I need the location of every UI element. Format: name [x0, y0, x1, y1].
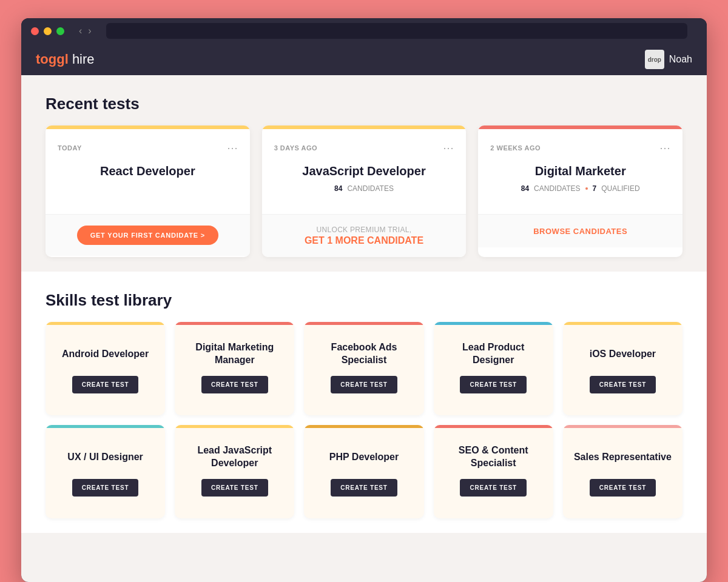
- skill-title: Digital Marketing Manager: [184, 340, 285, 369]
- qualified-count: 7: [593, 184, 597, 193]
- skill-body: UX / UI Designer CREATE TEST: [46, 428, 165, 506]
- user-menu[interactable]: drop Noah: [645, 50, 692, 69]
- user-name: Noah: [669, 54, 692, 65]
- card-footer: GET YOUR FIRST CANDIDATE >: [46, 214, 250, 256]
- skill-card-seo: SEO & Content Specialist CREATE TEST: [434, 425, 553, 518]
- card-menu-icon[interactable]: ⋯: [227, 141, 238, 155]
- app-content: Recent tests TODAY ⋯ React Developer GET…: [21, 75, 707, 582]
- skill-title: Lead JavaScript Developer: [184, 443, 285, 472]
- qualified-label: QUALIFIED: [601, 184, 639, 193]
- url-bar[interactable]: [106, 23, 687, 39]
- skill-body: iOS Developer CREATE TEST: [563, 325, 682, 403]
- skill-body: Android Developer CREATE TEST: [46, 325, 165, 403]
- card-body: 3 DAYS AGO ⋯ JavaScript Developer 84 CAN…: [262, 129, 467, 214]
- skill-title: Sales Representative: [573, 443, 673, 472]
- minimize-dot[interactable]: [44, 27, 52, 35]
- card-footer: BROWSE CANDIDATES: [478, 214, 682, 247]
- skills-grid-row2: UX / UI Designer CREATE TEST Lead JavaSc…: [46, 425, 682, 518]
- skill-body: PHP Developer CREATE TEST: [304, 428, 423, 506]
- get-first-candidate-button[interactable]: GET YOUR FIRST CANDIDATE >: [77, 226, 218, 245]
- browser-titlebar: ‹ ›: [21, 18, 707, 44]
- candidates-label: CANDIDATES: [347, 184, 393, 193]
- card-meta: 3 DAYS AGO ⋯: [274, 141, 454, 155]
- tests-grid: TODAY ⋯ React Developer GET YOUR FIRST C…: [46, 125, 682, 257]
- candidates-count: 84: [521, 184, 529, 193]
- skill-card-digital-marketing: Digital Marketing Manager CREATE TEST: [175, 322, 294, 415]
- skills-library-section: Skills test library Android Developer CR…: [21, 272, 707, 533]
- skill-card-android: Android Developer CREATE TEST: [46, 322, 165, 415]
- create-test-ios-button[interactable]: CREATE TEST: [590, 376, 656, 393]
- create-test-android-button[interactable]: CREATE TEST: [72, 376, 139, 393]
- skills-grid-row1: Android Developer CREATE TEST Digital Ma…: [46, 322, 682, 415]
- skill-body: Digital Marketing Manager CREATE TEST: [175, 325, 294, 403]
- card-stats: 84 CANDIDATES: [274, 184, 454, 193]
- create-test-ux-ui-button[interactable]: CREATE TEST: [72, 479, 139, 497]
- avatar: drop: [645, 50, 664, 69]
- create-test-php-button[interactable]: CREATE TEST: [331, 479, 397, 497]
- skill-card-ux-ui: UX / UI Designer CREATE TEST: [46, 425, 165, 518]
- skill-body: Facebook Ads Specialist CREATE TEST: [304, 325, 423, 403]
- skills-library-title: Skills test library: [46, 291, 682, 310]
- skill-title: Lead Product Designer: [443, 340, 544, 369]
- close-dot[interactable]: [31, 27, 39, 35]
- candidates-count: 84: [334, 184, 342, 193]
- skill-title: SEO & Content Specialist: [443, 443, 544, 472]
- separator: [585, 187, 588, 190]
- card-body: TODAY ⋯ React Developer: [46, 129, 250, 214]
- skill-title: Facebook Ads Specialist: [314, 340, 414, 369]
- browser-nav: ‹ ›: [79, 25, 92, 36]
- card-footer: UNLOCK PREMIUM TRIAL, GET 1 MORE CANDIDA…: [262, 214, 467, 257]
- candidates-label: CANDIDATES: [534, 184, 580, 193]
- recent-tests-title: Recent tests: [46, 95, 682, 113]
- skill-card-ios: iOS Developer CREATE TEST: [563, 322, 682, 415]
- skill-body: Sales Representative CREATE TEST: [563, 428, 682, 506]
- card-meta: TODAY ⋯: [58, 141, 238, 155]
- skill-title: PHP Developer: [314, 443, 414, 472]
- card-date: 2 WEEKS AGO: [490, 144, 541, 152]
- create-test-lead-product-button[interactable]: CREATE TEST: [460, 376, 527, 393]
- create-test-lead-js-button[interactable]: CREATE TEST: [201, 479, 268, 497]
- maximize-dot[interactable]: [56, 27, 64, 35]
- skill-title: iOS Developer: [573, 340, 673, 369]
- app-header: toggl hire drop Noah: [21, 44, 707, 75]
- logo-toggl: toggl: [36, 52, 69, 67]
- skill-title: Android Developer: [55, 340, 155, 369]
- card-stats: 84 CANDIDATES 7 QUALIFIED: [490, 184, 670, 193]
- browse-candidates-link[interactable]: BROWSE CANDIDATES: [533, 227, 627, 236]
- browser-window: ‹ › toggl hire drop Noah Recent tests: [21, 18, 707, 582]
- logo-hire: hire: [69, 52, 95, 67]
- logo[interactable]: toggl hire: [36, 52, 95, 67]
- card-body: 2 WEEKS AGO ⋯ Digital Marketer 84 CANDID…: [478, 129, 682, 214]
- card-title: React Developer: [58, 164, 238, 178]
- create-test-seo-button[interactable]: CREATE TEST: [460, 479, 527, 497]
- skill-body: Lead JavaScript Developer CREATE TEST: [175, 428, 294, 506]
- skill-card-lead-js: Lead JavaScript Developer CREATE TEST: [175, 425, 294, 518]
- unlock-link[interactable]: GET 1 MORE CANDIDATE: [274, 235, 454, 246]
- back-arrow[interactable]: ‹: [79, 25, 82, 36]
- card-menu-icon[interactable]: ⋯: [443, 141, 454, 155]
- skill-title: UX / UI Designer: [55, 443, 155, 472]
- test-card-react: TODAY ⋯ React Developer GET YOUR FIRST C…: [46, 125, 250, 257]
- skill-card-facebook-ads: Facebook Ads Specialist CREATE TEST: [304, 322, 423, 415]
- card-title: Digital Marketer: [490, 164, 670, 178]
- card-date: TODAY: [58, 144, 82, 152]
- card-meta: 2 WEEKS AGO ⋯: [490, 141, 670, 155]
- create-test-sales-button[interactable]: CREATE TEST: [590, 479, 656, 497]
- card-menu-icon[interactable]: ⋯: [659, 141, 670, 155]
- test-card-javascript: 3 DAYS AGO ⋯ JavaScript Developer 84 CAN…: [262, 125, 467, 257]
- unlock-text: UNLOCK PREMIUM TRIAL,: [274, 226, 454, 234]
- skill-card-sales: Sales Representative CREATE TEST: [563, 425, 682, 518]
- skill-body: SEO & Content Specialist CREATE TEST: [434, 428, 553, 506]
- skill-card-php: PHP Developer CREATE TEST: [304, 425, 423, 518]
- card-date: 3 DAYS AGO: [274, 144, 317, 152]
- create-test-facebook-ads-button[interactable]: CREATE TEST: [331, 376, 397, 393]
- forward-arrow[interactable]: ›: [88, 25, 91, 36]
- card-title: JavaScript Developer: [274, 164, 454, 178]
- skill-body: Lead Product Designer CREATE TEST: [434, 325, 553, 403]
- recent-tests-section: Recent tests TODAY ⋯ React Developer GET…: [21, 75, 707, 272]
- skill-card-lead-product: Lead Product Designer CREATE TEST: [434, 322, 553, 415]
- create-test-digital-marketing-button[interactable]: CREATE TEST: [201, 376, 268, 393]
- test-card-digital-marketer: 2 WEEKS AGO ⋯ Digital Marketer 84 CANDID…: [478, 125, 682, 257]
